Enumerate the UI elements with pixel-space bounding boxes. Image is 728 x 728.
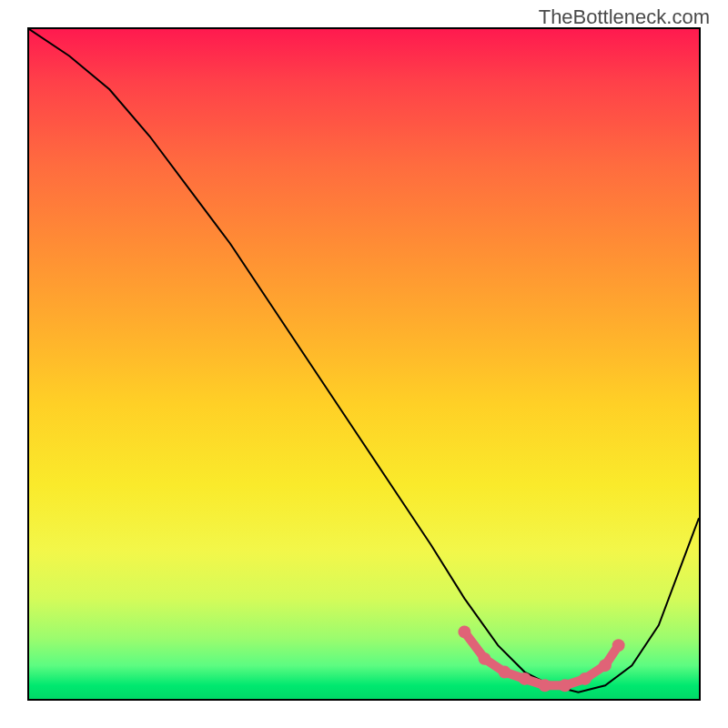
valley-dot [458,625,470,638]
valley-dot [539,679,551,692]
valley-dot [499,666,511,679]
watermark-text: TheBottleneck.com [539,5,710,29]
valley-points-group [458,625,624,692]
valley-dot [579,672,592,685]
valley-dot [479,652,491,665]
curve-svg [29,29,699,699]
plot-area [27,27,701,701]
valley-dot [612,639,625,652]
valley-dot [559,679,571,692]
valley-dot [519,672,531,685]
valley-dot [599,659,612,672]
bottleneck-curve-line [29,29,699,693]
chart-container: TheBottleneck.com [0,0,728,728]
